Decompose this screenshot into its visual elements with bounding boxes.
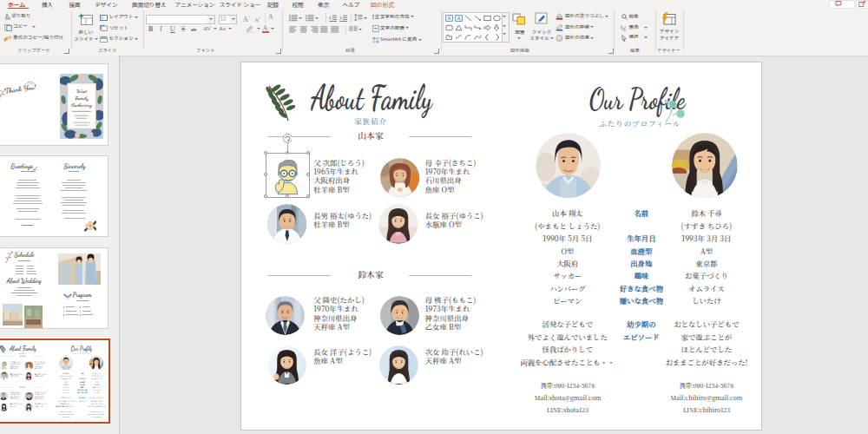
svg-text:A: A xyxy=(447,16,450,21)
svg-text:A: A xyxy=(457,16,460,21)
svg-text:West: West xyxy=(76,88,87,95)
svg-text:Family: Family xyxy=(75,95,89,102)
svg-text:Gathering: Gathering xyxy=(71,102,92,108)
